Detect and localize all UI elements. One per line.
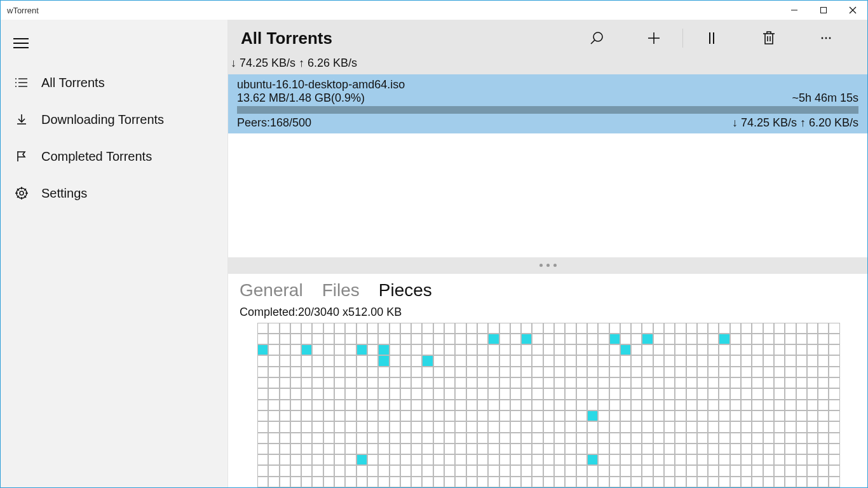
torrent-row[interactable]: ubuntu-16.10-desktop-amd64.iso 13.62 MB/… — [228, 74, 867, 133]
piece-cell — [510, 465, 521, 476]
piece-cell — [763, 355, 774, 366]
piece-cell — [653, 355, 664, 366]
tab-pieces[interactable]: Pieces — [379, 280, 432, 301]
piece-cell — [301, 377, 312, 388]
piece-cell — [378, 465, 389, 476]
piece-cell — [664, 410, 675, 421]
piece-cell — [422, 388, 433, 399]
piece-cell — [301, 444, 312, 454]
piece-cell — [741, 377, 752, 388]
minimize-button[interactable] — [780, 1, 809, 20]
piece-cell — [301, 367, 312, 377]
piece-cell — [521, 433, 532, 444]
piece-cell — [554, 323, 565, 334]
piece-cell — [565, 355, 576, 366]
search-button[interactable] — [568, 20, 625, 57]
piece-cell — [763, 410, 774, 421]
piece-cell — [664, 355, 675, 366]
piece-cell — [268, 377, 279, 388]
global-speed-text: ↓ 74.25 KB/s ↑ 6.26 KB/s — [231, 57, 357, 70]
piece-cell — [356, 477, 367, 487]
piece-cell — [708, 388, 719, 399]
piece-cell — [334, 410, 345, 421]
piece-cell — [774, 444, 785, 454]
piece-cell — [631, 334, 642, 344]
piece-cell — [356, 367, 367, 377]
piece-cell — [675, 367, 686, 377]
splitter-handle[interactable] — [228, 257, 867, 274]
tab-general[interactable]: General — [240, 280, 303, 301]
hamburger-icon — [13, 35, 29, 51]
piece-cell — [301, 355, 312, 366]
piece-cell — [807, 465, 818, 476]
piece-cell — [565, 410, 576, 421]
piece-cell — [785, 454, 796, 465]
piece-cell — [290, 323, 301, 334]
piece-cell — [356, 334, 367, 344]
piece-cell — [752, 421, 763, 432]
add-button[interactable] — [625, 20, 682, 57]
pieces-row — [257, 334, 867, 344]
svg-point-32 — [825, 37, 827, 39]
piece-cell — [433, 367, 444, 377]
piece-cell — [763, 465, 774, 476]
piece-cell — [818, 344, 829, 355]
piece-cell — [598, 323, 609, 334]
piece-cell — [675, 388, 686, 399]
sidebar-item-settings[interactable]: Settings — [1, 175, 227, 212]
sidebar-item-downloading[interactable]: Downloading Torrents — [1, 101, 227, 138]
piece-cell — [422, 454, 433, 465]
piece-cell — [312, 388, 323, 399]
sidebar-item-all-torrents[interactable]: All Torrents — [1, 64, 227, 101]
piece-cell — [829, 344, 839, 355]
piece-cell — [642, 323, 653, 334]
piece-cell — [400, 400, 411, 410]
piece-cell — [796, 367, 807, 377]
sidebar-item-completed[interactable]: Completed Torrents — [1, 138, 227, 175]
piece-cell — [620, 355, 631, 366]
piece-cell — [719, 377, 729, 388]
piece-cell — [785, 334, 796, 344]
piece-cell — [829, 400, 839, 410]
maximize-button[interactable] — [809, 1, 838, 20]
piece-cell — [301, 433, 312, 444]
piece-cell — [785, 377, 796, 388]
piece-cell — [367, 323, 378, 334]
piece-cell — [818, 433, 829, 444]
piece-cell — [565, 421, 576, 432]
piece-cell — [609, 477, 620, 487]
piece-cell — [752, 410, 763, 421]
piece-cell — [620, 421, 631, 432]
piece-cell — [730, 421, 741, 432]
piece-cell — [444, 421, 455, 432]
piece-cell — [356, 355, 367, 366]
piece-cell — [664, 465, 675, 476]
piece-cell — [367, 334, 378, 344]
piece-cell — [466, 477, 477, 487]
piece-cell — [686, 444, 697, 454]
piece-cell — [642, 465, 653, 476]
delete-button[interactable] — [740, 20, 797, 57]
piece-cell — [334, 344, 345, 355]
hamburger-button[interactable] — [1, 25, 227, 60]
piece-cell — [532, 355, 543, 366]
piece-cell — [785, 367, 796, 377]
piece-cell — [598, 454, 609, 465]
piece-cell — [312, 367, 323, 377]
piece-cell — [510, 454, 521, 465]
piece-cell — [631, 421, 642, 432]
piece-cell — [774, 367, 785, 377]
piece-cell — [532, 400, 543, 410]
piece-cell — [301, 323, 312, 334]
piece-cell — [345, 454, 356, 465]
more-button[interactable] — [797, 20, 855, 57]
pause-button[interactable] — [683, 20, 740, 57]
piece-cell — [653, 421, 664, 432]
piece-cell — [730, 410, 741, 421]
piece-cell — [774, 400, 785, 410]
piece-cell — [499, 344, 510, 355]
piece-cell — [411, 323, 422, 334]
torrent-speeds: ↓ 74.25 KB/s ↑ 6.20 KB/s — [732, 116, 858, 130]
tab-files[interactable]: Files — [322, 280, 360, 301]
close-button[interactable] — [838, 1, 867, 20]
